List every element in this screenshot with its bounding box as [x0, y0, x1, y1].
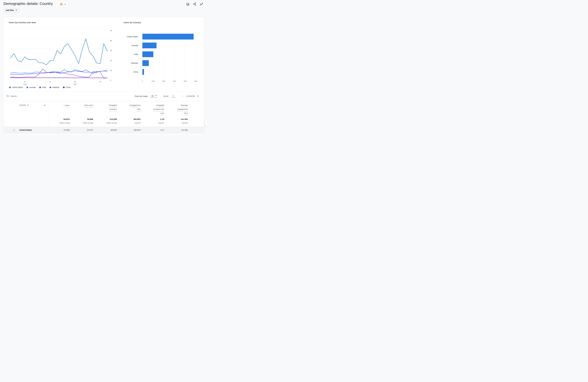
previous-page-icon[interactable]: [181, 95, 184, 98]
users-over-time-line-chart[interactable]: 01K2K3K4K5K20Aug2703Sep10: [10, 27, 117, 85]
column-header-users[interactable]: ↓Users: [47, 104, 70, 108]
column-header-engaged-sessions[interactable]: Engagedsessions: [94, 104, 117, 111]
svg-text:1K: 1K: [110, 69, 112, 71]
rows-per-page-value: 10: [151, 95, 154, 97]
page-title: Demographic details: Country: [3, 1, 53, 6]
row-rank: 1: [9, 129, 15, 131]
legend-label: Canada: [29, 86, 36, 88]
table-controls-row: Rows per page: 10 Go to: 1-10 of 59: [3, 91, 204, 101]
svg-text:United States: United States: [127, 36, 138, 38]
report-warning-dropdown[interactable]: [57, 1, 68, 7]
report-toolbar: [186, 2, 203, 6]
report-table: Rows per page: 10 Go to: 1-10 of 59: [3, 91, 204, 134]
legend-item: China: [63, 86, 71, 88]
svg-text:Canada: Canada: [131, 44, 138, 46]
svg-text:10K: 10K: [151, 80, 155, 82]
column-header-engagement-rate[interactable]: Engagementrate: [118, 104, 141, 111]
table-header: Country + ↓Users94,870100% of totalNew u…: [3, 101, 204, 127]
users-by-country-bar-chart[interactable]: 010K20K30K40K50KUnited StatesCanadaIndia…: [120, 28, 200, 85]
totals-value: 113,258: [94, 118, 117, 120]
row-metric-value: 90.81%: [118, 129, 141, 131]
column-header-engaged-sessions-per-user[interactable]: Engagedsessions peruser: [142, 104, 164, 115]
svg-text:20: 20: [24, 81, 26, 83]
row-metric-value: 47,910: [47, 129, 70, 131]
row-metric-value: 1.27: [142, 129, 164, 131]
legend-dot-icon: [26, 86, 28, 88]
totals-value: 89.54%: [118, 118, 141, 120]
svg-text:Pakistan: Pakistan: [131, 62, 138, 64]
warning-icon: [60, 2, 63, 6]
totals-subtext: Avg 0%: [118, 122, 141, 124]
svg-text:5K: 5K: [110, 30, 112, 32]
svg-text:40K: 40K: [184, 80, 187, 82]
column-header-line: Engaged: [109, 104, 117, 107]
sort-descending-icon: ↓: [63, 104, 64, 106]
legend-item: Pakistan: [49, 86, 59, 88]
customize-report-icon[interactable]: [186, 2, 190, 6]
goto-label: Go to:: [164, 95, 169, 97]
totals-subtext: Avg 0%: [166, 122, 188, 124]
add-filter-button[interactable]: Add filter: [3, 8, 19, 13]
svg-text:3K: 3K: [110, 49, 112, 51]
column-header-line: Average: [181, 104, 188, 107]
legend-dot-icon: [39, 86, 41, 88]
table-row: 1United States47,91037,57160,92290.81%1.…: [3, 127, 204, 133]
chevron-down-icon: [64, 3, 66, 5]
insights-fab[interactable]: [204, 119, 207, 127]
share-icon[interactable]: [193, 2, 196, 6]
svg-text:10: 10: [99, 81, 101, 83]
svg-text:03: 03: [74, 81, 76, 83]
svg-text:30K: 30K: [173, 80, 176, 82]
svg-text:2K: 2K: [110, 60, 112, 62]
dimension-header-country[interactable]: Country: [19, 104, 29, 106]
column-header-line: Engaged: [156, 104, 164, 107]
totals-value: 1m 26s: [166, 118, 188, 120]
rows-per-page-select[interactable]: 10: [150, 95, 157, 98]
next-page-icon[interactable]: [196, 95, 199, 98]
pagination-range: 1-10 of 59: [186, 95, 194, 97]
column-header-average-engagement-time[interactable]: Averageengagementtime: [166, 104, 188, 115]
bar-chart-title: Users by Country: [124, 21, 141, 24]
search-input[interactable]: [11, 95, 50, 97]
dimension-header-label: Country: [19, 104, 26, 106]
plus-icon: [15, 9, 17, 12]
rows-per-page-label: Rows per page:: [135, 95, 148, 97]
line-series-united-states: [10, 39, 107, 65]
legend-label: India: [42, 86, 46, 88]
row-country-label: United States: [19, 129, 32, 131]
chevron-down-icon: [27, 105, 29, 106]
svg-text:0: 0: [110, 79, 111, 81]
bar-pakistan: [142, 60, 149, 66]
column-header-line: Engagement: [130, 104, 141, 107]
legend-dot-icon: [63, 86, 65, 88]
totals-subtext: 100% of total: [94, 122, 117, 124]
add-filter-label: Add filter: [6, 9, 14, 11]
line-series-pakistan: [10, 69, 107, 78]
column-header-line: sessions per: [153, 107, 164, 111]
bar-canada: [142, 42, 156, 48]
svg-text:China: China: [133, 71, 138, 73]
totals-subtext: 100% of total: [71, 122, 93, 124]
column-header-new-users[interactable]: New users: [71, 104, 93, 107]
svg-text:0: 0: [142, 80, 143, 82]
table-search[interactable]: [6, 91, 50, 101]
legend-item: Canada: [26, 86, 36, 88]
legend-item: United States: [9, 86, 23, 88]
line-chart-legend: United StatesCanadaIndiaPakistanChina: [9, 86, 71, 88]
line-series-china: [10, 78, 107, 78]
legend-dot-icon: [49, 86, 51, 88]
svg-text:Sep: Sep: [74, 83, 77, 85]
line-chart-title: Users by Country over time: [9, 21, 36, 24]
column-header-line: Users: [65, 104, 70, 108]
legend-dot-icon: [9, 86, 11, 88]
bar-united-states: [142, 34, 194, 40]
insights-icon[interactable]: [199, 2, 203, 6]
chevron-down-icon: [155, 95, 157, 96]
totals-value: 1.19: [142, 118, 164, 120]
legend-label: China: [66, 86, 71, 88]
column-header-line: engagement: [177, 107, 188, 111]
goto-page-input[interactable]: [171, 95, 176, 98]
legend-item: India: [39, 86, 46, 88]
row-metric-value: 60,922: [94, 129, 117, 131]
add-column-button[interactable]: +: [42, 103, 47, 107]
